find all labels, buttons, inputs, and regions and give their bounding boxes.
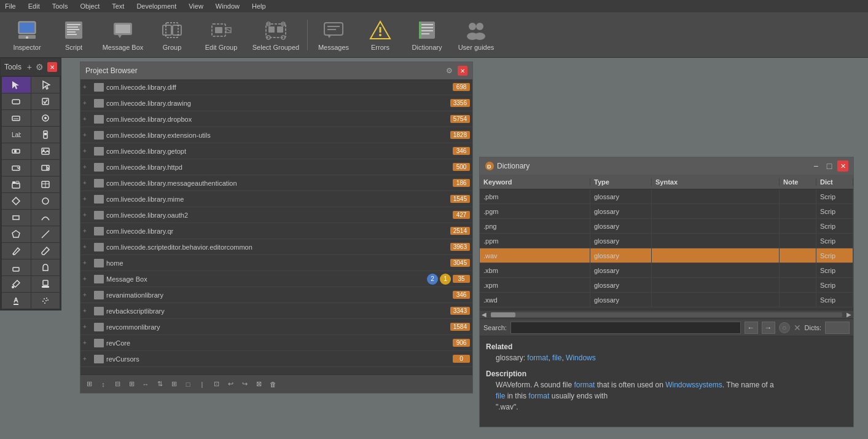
tool-label[interactable]: Label: <box>2 127 31 143</box>
tools-close-button[interactable]: ✕ <box>47 62 57 72</box>
expand-btn[interactable]: + <box>83 323 92 330</box>
dict-col-note[interactable]: Note <box>780 178 816 186</box>
dict-desc-link-file[interactable]: file <box>496 392 505 400</box>
project-row[interactable]: + com.livecode.library.messageauthentica… <box>80 175 472 191</box>
project-row[interactable]: + com.livecode.library.dropbox 5754 <box>80 111 472 127</box>
dict-col-dict[interactable]: Dict <box>816 178 853 186</box>
dict-col-type[interactable]: Type <box>590 178 652 186</box>
dict-clear-button[interactable]: ✕ <box>794 323 801 333</box>
project-row[interactable]: + revanimationlibrary 346 <box>80 287 472 303</box>
tool-line[interactable] <box>31 226 60 242</box>
menu-text[interactable]: Text <box>109 1 127 11</box>
dict-col-keyword[interactable]: Keyword <box>480 178 590 186</box>
expand-btn[interactable]: + <box>83 227 92 234</box>
dict-row[interactable]: .pbm glossary Scrip <box>480 189 853 204</box>
menu-window[interactable]: Window <box>213 1 242 11</box>
footer-btn-3[interactable]: ⊟ <box>111 378 123 390</box>
expand-btn[interactable]: + <box>83 212 92 218</box>
dict-desc-link-format2[interactable]: format <box>528 392 549 400</box>
dict-table-body[interactable]: .pbm glossary Scrip .pgm glossary Scrip … <box>480 189 853 310</box>
footer-btn-6[interactable]: ⇅ <box>154 378 166 390</box>
project-list[interactable]: + com.livecode.library.diff 698 + com.li… <box>80 79 472 374</box>
tool-dropdown[interactable] <box>2 160 31 176</box>
tool-dropper[interactable] <box>2 276 31 292</box>
dict-row-selected[interactable]: .wav glossary Scrip <box>480 248 853 263</box>
project-row[interactable]: + com.livecode.scripteditor.behavior.edi… <box>80 239 472 255</box>
project-browser-gear[interactable]: ⚙ <box>446 66 453 75</box>
footer-btn-10[interactable]: ⊡ <box>210 378 222 390</box>
footer-btn-5[interactable]: ↔ <box>139 378 152 390</box>
tool-button[interactable] <box>2 93 31 109</box>
project-row[interactable]: + com.livecode.library.qr 2514 <box>80 223 472 239</box>
dict-row[interactable]: .xpm glossary Scrip <box>480 278 853 293</box>
hscroll-thumb[interactable] <box>491 312 515 317</box>
footer-btn-7[interactable]: ⊞ <box>168 378 180 390</box>
tool-combo[interactable] <box>31 160 60 176</box>
menu-object[interactable]: Object <box>77 1 102 11</box>
tool-pencil[interactable] <box>2 243 31 259</box>
inspector-button[interactable]: Inspector <box>5 15 49 55</box>
expand-btn[interactable]: + <box>83 339 92 346</box>
project-row[interactable]: + com.livecode.library.httpd 500 <box>80 159 472 175</box>
dict-close-button[interactable]: ✕ <box>837 160 848 172</box>
dict-related-link-file[interactable]: file <box>552 354 561 362</box>
dict-prev-button[interactable]: ← <box>745 322 758 334</box>
dict-maximize-button[interactable]: □ <box>824 160 835 172</box>
menu-view[interactable]: View <box>186 1 206 11</box>
tool-radio[interactable] <box>31 110 60 126</box>
tool-brush[interactable] <box>31 243 60 259</box>
hscroll-right[interactable]: ▶ <box>845 311 853 318</box>
footer-btn-8[interactable]: □ <box>182 378 194 390</box>
dict-desc-link-format1[interactable]: format <box>574 381 595 389</box>
tool-curve[interactable] <box>31 210 60 226</box>
expand-btn[interactable]: + <box>83 275 92 282</box>
tool-tabpanel[interactable] <box>2 176 31 192</box>
dict-row[interactable]: .xwd glossary Scrip <box>480 293 853 307</box>
project-row[interactable]: + home 3045 <box>80 255 472 271</box>
project-row[interactable]: + com.livecode.library.oauth2 427 <box>80 207 472 223</box>
tool-table[interactable] <box>31 176 60 192</box>
tool-field[interactable] <box>2 110 31 126</box>
message-box-button[interactable]: Message Box <box>98 15 147 55</box>
project-row[interactable]: + com.livecode.library.diff 698 <box>80 79 472 95</box>
tool-bucket[interactable] <box>31 259 60 275</box>
footer-btn-4[interactable]: ⊞ <box>125 378 138 390</box>
dict-row[interactable]: .png glossary Scrip <box>480 219 853 234</box>
dict-next-button[interactable]: → <box>762 322 775 334</box>
expand-btn[interactable]: + <box>83 100 92 106</box>
menu-file[interactable]: File <box>2 1 18 11</box>
tool-spray[interactable] <box>31 293 60 309</box>
project-row[interactable]: + com.livecode.library.mime 1545 <box>80 191 472 207</box>
expand-btn[interactable]: + <box>83 132 92 138</box>
tool-stamp[interactable] <box>31 276 60 292</box>
dict-related-link-windows[interactable]: Windows <box>566 354 596 362</box>
footer-btn-12[interactable]: ↪ <box>238 378 251 390</box>
expand-btn[interactable]: + <box>83 84 92 90</box>
tool-checkbox[interactable] <box>31 93 60 109</box>
tool-rect-shape[interactable] <box>2 210 31 226</box>
dict-row[interactable]: .ppm glossary Scrip <box>480 234 853 248</box>
dict-minimize-button[interactable]: − <box>810 160 821 172</box>
messages-button[interactable]: Messages <box>311 15 356 55</box>
dict-desc-link-windows[interactable]: Windowssystems <box>665 381 722 389</box>
expand-btn[interactable]: + <box>83 355 92 362</box>
tool-pointer[interactable] <box>2 77 31 93</box>
expand-btn[interactable]: + <box>83 259 92 266</box>
tools-add-button[interactable]: + <box>27 62 32 72</box>
group-button[interactable]: Group <box>150 15 194 55</box>
tool-image[interactable] <box>31 143 60 159</box>
tool-crosshair[interactable] <box>31 77 60 93</box>
errors-button[interactable]: Errors <box>358 15 402 55</box>
project-row[interactable]: + com.livecode.library.getopt 346 <box>80 143 472 159</box>
expand-btn[interactable]: + <box>83 148 92 154</box>
tool-scrollbar-h[interactable] <box>2 143 31 159</box>
project-row[interactable]: + revcommonlibrary 1584 <box>80 319 472 335</box>
tool-polygon[interactable] <box>2 226 31 242</box>
hscroll-left[interactable]: ◀ <box>480 311 488 318</box>
dict-row[interactable]: .pgm glossary Scrip <box>480 204 853 219</box>
project-browser-close[interactable]: ✕ <box>458 66 467 76</box>
menu-edit[interactable]: Edit <box>26 1 42 11</box>
tool-diamond[interactable] <box>2 193 31 209</box>
tools-gear-button[interactable]: ⚙ <box>36 62 44 72</box>
dict-col-syntax[interactable]: Syntax <box>652 178 780 186</box>
